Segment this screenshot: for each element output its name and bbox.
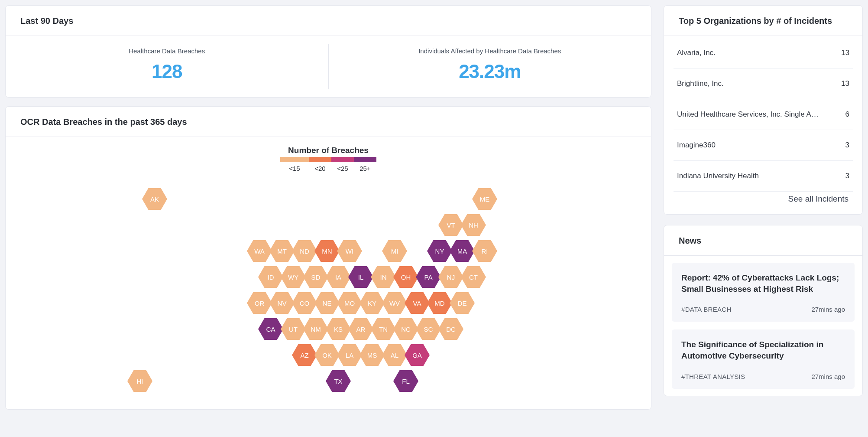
state-hex-ia[interactable]: IA [326, 266, 351, 288]
map-title: OCR Data Breaches in the past 365 days [6, 107, 651, 137]
state-hex-ar[interactable]: AR [348, 318, 373, 340]
state-hex-co[interactable]: CO [292, 292, 317, 314]
state-hex-la[interactable]: LA [337, 344, 362, 366]
kpi-label: Healthcare Data Breaches [129, 47, 205, 55]
state-hex-nm[interactable]: NM [303, 318, 328, 340]
kpi-label: Individuals Affected by Healthcare Data … [418, 47, 561, 55]
news-card: News Report: 42% of Cyberattacks Lack Lo… [664, 225, 863, 396]
state-hex-ny[interactable]: NY [427, 240, 452, 262]
state-hex-tn[interactable]: TN [371, 318, 396, 340]
state-hex-tx[interactable]: TX [326, 370, 351, 392]
org-name: United Healthcare Services, Inc. Single … [677, 110, 820, 119]
state-hex-nj[interactable]: NJ [438, 266, 463, 288]
state-hex-va[interactable]: VA [405, 292, 430, 314]
state-hex-md[interactable]: MD [427, 292, 452, 314]
org-row[interactable]: Imagine3603 [674, 130, 853, 161]
org-count: 13 [841, 79, 849, 88]
state-hex-vt[interactable]: VT [438, 214, 463, 236]
news-item[interactable]: Report: 42% of Cyberattacks Lack Logs; S… [672, 263, 855, 322]
legend-title: Number of Breaches [10, 146, 647, 155]
news-item-tag: #DATA BREACH [681, 306, 732, 313]
org-count: 3 [845, 172, 849, 180]
state-hex-de[interactable]: DE [450, 292, 475, 314]
state-hex-al[interactable]: AL [382, 344, 407, 366]
news-title: News [664, 225, 862, 256]
state-hex-or[interactable]: OR [247, 292, 272, 314]
state-hex-wi[interactable]: WI [337, 240, 362, 262]
state-hex-me[interactable]: ME [472, 188, 497, 210]
state-hex-dc[interactable]: DC [438, 318, 463, 340]
news-item-title: Report: 42% of Cyberattacks Lack Logs; S… [681, 272, 845, 294]
news-item[interactable]: The Significance of Specialization in Au… [672, 329, 855, 388]
kpi-value: 23.23m [459, 61, 521, 82]
state-hex-nd[interactable]: ND [292, 240, 317, 262]
state-hex-pa[interactable]: PA [416, 266, 441, 288]
state-hex-sd[interactable]: SD [303, 266, 328, 288]
state-hex-ut[interactable]: UT [281, 318, 306, 340]
state-hex-sc[interactable]: SC [416, 318, 441, 340]
top-orgs-title: Top 5 Organizations by # of Incidents [664, 6, 862, 36]
see-all-incidents-link[interactable]: See all Incidents [788, 194, 849, 203]
map-card: OCR Data Breaches in the past 365 days N… [5, 106, 651, 410]
last-90-title: Last 90 Days [6, 6, 651, 36]
news-item-age: 27mins ago [811, 373, 845, 380]
state-hex-nc[interactable]: NC [393, 318, 418, 340]
state-hex-ne[interactable]: NE [314, 292, 340, 314]
org-row[interactable]: Indiana University Health3 [674, 161, 853, 192]
state-hex-mo[interactable]: MO [337, 292, 362, 314]
org-name: Brightline, Inc. [677, 79, 724, 88]
state-hex-ma[interactable]: MA [450, 240, 475, 262]
state-hex-nh[interactable]: NH [461, 214, 486, 236]
state-hex-mt[interactable]: MT [269, 240, 295, 262]
org-name: Alvaria, Inc. [677, 49, 716, 57]
kpi-breaches: Healthcare Data Breaches 128 [6, 36, 328, 97]
org-name: Imagine360 [677, 141, 716, 150]
top-orgs-card: Top 5 Organizations by # of Incidents Al… [664, 5, 863, 215]
state-hex-hi[interactable]: HI [127, 370, 152, 392]
last-90-days-card: Last 90 Days Healthcare Data Breaches 12… [5, 5, 651, 98]
news-item-title: The Significance of Specialization in Au… [681, 339, 845, 361]
org-name: Indiana University Health [677, 172, 759, 180]
state-hex-id[interactable]: ID [258, 266, 283, 288]
org-count: 3 [845, 141, 849, 150]
news-item-age: 27mins ago [811, 306, 845, 313]
org-row[interactable]: Alvaria, Inc.13 [674, 38, 853, 68]
state-hex-wa[interactable]: WA [247, 240, 272, 262]
state-hex-mn[interactable]: MN [314, 240, 340, 262]
state-hex-mi[interactable]: MI [382, 240, 407, 262]
kpi-individuals: Individuals Affected by Healthcare Data … [328, 44, 651, 89]
state-hex-ga[interactable]: GA [405, 344, 430, 366]
state-hex-ks[interactable]: KS [326, 318, 351, 340]
state-hex-ok[interactable]: OK [314, 344, 340, 366]
org-row[interactable]: United Healthcare Services, Inc. Single … [674, 99, 853, 130]
state-hex-ak[interactable]: AK [142, 188, 167, 210]
state-hex-ri[interactable]: RI [472, 240, 497, 262]
state-hex-il[interactable]: IL [348, 266, 373, 288]
state-hex-ms[interactable]: MS [360, 344, 385, 366]
state-hex-ca[interactable]: CA [258, 318, 283, 340]
hex-map: AKMEVTNHWAMTNDMNWIMINYMARIIDWYSDIAILINOH… [138, 175, 519, 392]
state-hex-wv[interactable]: WV [382, 292, 407, 314]
state-hex-az[interactable]: AZ [292, 344, 317, 366]
state-hex-ky[interactable]: KY [360, 292, 385, 314]
state-hex-oh[interactable]: OH [393, 266, 418, 288]
state-hex-ct[interactable]: CT [461, 266, 486, 288]
state-hex-wy[interactable]: WY [281, 266, 306, 288]
org-count: 13 [841, 49, 849, 57]
state-hex-in[interactable]: IN [371, 266, 396, 288]
state-hex-nv[interactable]: NV [269, 292, 295, 314]
legend-swatches [280, 157, 376, 162]
state-hex-fl[interactable]: FL [393, 370, 418, 392]
org-count: 6 [845, 110, 849, 119]
map-legend: Number of Breaches <15 <20 <25 25+ [10, 146, 647, 173]
org-row[interactable]: Brightline, Inc.13 [674, 68, 853, 99]
kpi-value: 128 [152, 61, 182, 82]
news-item-tag: #THREAT ANALYSIS [681, 373, 745, 380]
legend-labels: <15 <20 <25 25+ [280, 165, 376, 172]
